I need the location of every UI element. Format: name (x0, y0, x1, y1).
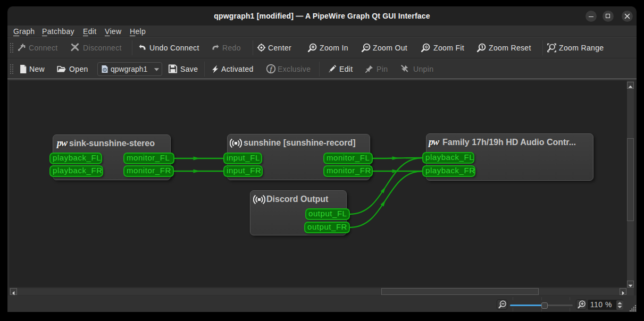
svg-text:f: f (270, 65, 273, 73)
